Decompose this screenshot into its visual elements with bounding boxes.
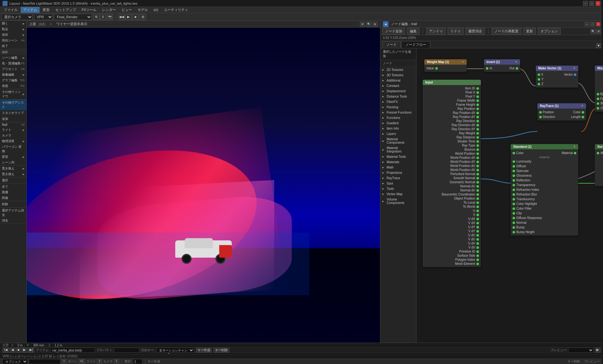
image-edit-btn[interactable]: 画像編集▶ — [0, 72, 26, 78]
create-key-btn[interactable]: キー作成 — [196, 348, 212, 353]
input-rddy-dot[interactable] — [476, 128, 479, 131]
surface-node[interactable]: Surface ▼ Material Material Normal Bump … — [595, 144, 603, 186]
input-rw-dot[interactable] — [476, 132, 479, 135]
std-material-dot[interactable] — [574, 152, 576, 154]
std-normal-dot[interactable] — [513, 222, 515, 224]
object-select[interactable]: オブジェクト — [3, 359, 28, 364]
tab-nodeflow[interactable]: ノードフロー — [401, 41, 430, 48]
input-pn-dot[interactable] — [476, 173, 479, 175]
std-refrblur-dot[interactable] — [513, 193, 515, 196]
mv-vector-dot[interactable] — [574, 73, 576, 76]
input-sn-dot[interactable] — [476, 177, 479, 179]
add-selected-node-btn[interactable]: 選択したノードを追加 — [380, 48, 416, 60]
input-b-dot[interactable] — [476, 148, 479, 151]
keyframe-select[interactable]: 全モーションチャン — [156, 348, 194, 353]
rt-length-dot[interactable] — [582, 116, 584, 118]
add-physics-btn[interactable]: 物理演算▶ — [0, 138, 26, 144]
tab-node[interactable]: ノード — [382, 41, 401, 48]
cat-projections[interactable]: ▶Projections — [380, 170, 416, 175]
quit-btn[interactable]: 終了 — [0, 43, 26, 49]
input-udu-dot[interactable] — [476, 234, 479, 237]
std-trans-dot[interactable] — [513, 184, 515, 186]
add-null-btn[interactable]: Null^N — [0, 122, 26, 127]
redo-btn[interactable]: リドゥ — [448, 28, 464, 35]
timeline-ruler[interactable]: 0 10 20 25 30 40 50 60 70 80 9 — [0, 353, 603, 354]
cat-fiberfx[interactable]: ▶FiberFX — [380, 99, 416, 104]
mixer-fg-dot[interactable] — [597, 98, 599, 100]
tab-options-icon[interactable]: ▼ — [596, 43, 601, 48]
cat-fresnel[interactable]: ▶Fresnel Functions — [380, 110, 416, 115]
cat-flocking[interactable]: ▶Flocking — [380, 104, 416, 110]
menu-file[interactable]: ファイル — [1, 7, 20, 13]
bone-add-btn[interactable]: +L — [79, 359, 85, 364]
replace-btn2[interactable]: 置き換え▶ — [0, 171, 26, 177]
cat-material-integrators[interactable]: ▶Material Integrators — [380, 145, 416, 154]
add-camera-btn[interactable]: カメラ — [0, 133, 26, 138]
skip-end-btn[interactable]: ▶| — [28, 348, 35, 353]
add-node-btn[interactable]: ノード追加 — [382, 28, 405, 35]
cat-vertex-map[interactable]: ▶Vertex Map — [380, 191, 416, 197]
input-op-dot[interactable] — [476, 197, 479, 200]
rt-dir-dot[interactable] — [539, 116, 542, 118]
obj-add-btn[interactable]: + — [62, 359, 67, 364]
item-field[interactable] — [51, 348, 95, 353]
input-ndu-dot[interactable] — [476, 185, 479, 188]
rearrange-btn[interactable]: ノードの再配置 — [492, 28, 521, 35]
assist-btn[interactable]: その他でアシスト — [0, 99, 26, 110]
camera-add-btn[interactable]: + — [114, 359, 119, 364]
std-gloss-dot[interactable] — [513, 174, 515, 177]
std-color-dot[interactable] — [513, 152, 515, 154]
std-spec-dot[interactable] — [513, 170, 515, 172]
add-partigon-btn[interactable]: パワーゴン 変換 — [0, 144, 26, 154]
add-bone-btn[interactable]: 変型▶ — [0, 154, 26, 160]
property-field[interactable] — [114, 348, 139, 353]
mixer-opacity-dot[interactable] — [597, 107, 599, 110]
input-vdy-dot[interactable] — [476, 230, 479, 233]
import-btn[interactable]: 取込▶ — [0, 26, 26, 32]
std-refridx-dot[interactable] — [513, 189, 515, 191]
standard-node[interactable]: Standard (1) ▼ Color Material — [511, 144, 578, 236]
surface-btn[interactable]: 表面^F5 — [0, 83, 26, 89]
options-btn[interactable]: オプション — [538, 28, 561, 35]
menu-setup[interactable]: セットアップ — [53, 7, 79, 13]
rt-color-dot[interactable] — [582, 111, 584, 114]
menu-model[interactable]: モデル — [135, 7, 150, 13]
skip-start-btn[interactable]: |◀ — [3, 348, 9, 353]
input-rpdy-dot[interactable] — [476, 116, 479, 118]
render-preset-select[interactable]: Final_Render — [54, 14, 92, 20]
mixer-blending-dot[interactable] — [597, 102, 599, 105]
input-tl-dot[interactable] — [476, 201, 479, 204]
cat-materials[interactable]: ▶Materials — [380, 159, 416, 165]
input-u-dot[interactable] — [476, 210, 479, 212]
surf-material-in-dot[interactable] — [597, 152, 599, 154]
cat-constant[interactable]: ▶Constant — [380, 83, 416, 88]
preview-btn[interactable]: ▶ — [595, 348, 600, 353]
invert-in-dot[interactable] — [486, 67, 488, 70]
open-btn[interactable]: 開く▶ — [0, 21, 26, 26]
studio-btn[interactable]: スタジオライブ — [0, 110, 26, 116]
cat-volume-components[interactable]: ▶Volume Components — [380, 197, 416, 206]
graph-edit-btn[interactable]: グラフ編集^F5 — [0, 78, 26, 83]
input-rpdx-dot[interactable] — [476, 112, 479, 114]
invert-node[interactable]: Invert (1) ▼ In Out — [484, 59, 520, 72]
input-fw-dot[interactable] — [476, 99, 479, 102]
input-v-dot[interactable] — [476, 214, 479, 216]
viewport-3d[interactable] — [27, 28, 380, 343]
weightmap-node[interactable]: Weight Map (1) ▼ Value — [424, 59, 467, 72]
input-node[interactable]: Input Item ID Pixel X Pixel Y Frame Widt… — [423, 80, 481, 267]
replace-btn1[interactable]: 置き換え▶ — [0, 166, 26, 171]
invert-out-dot[interactable] — [516, 67, 518, 70]
input-wpdy-dot[interactable] — [476, 161, 479, 163]
input-fh-dot[interactable] — [476, 104, 479, 106]
info-icon[interactable]: ℹ — [100, 14, 106, 20]
mv-y-dot[interactable] — [538, 78, 540, 81]
cat-2d-textures[interactable]: ▶2D Textures — [380, 67, 416, 72]
std-bump-dot[interactable] — [513, 226, 515, 229]
input-pid-dot[interactable] — [476, 250, 479, 253]
menu-io[interactable]: I/O — [151, 8, 161, 13]
input-st-dot[interactable] — [476, 140, 479, 143]
std-diff-dot[interactable] — [513, 165, 515, 168]
cat-tools[interactable]: ▶Tools — [380, 186, 416, 191]
object-field[interactable] — [29, 359, 60, 364]
input-rd-dot[interactable] — [476, 120, 479, 122]
